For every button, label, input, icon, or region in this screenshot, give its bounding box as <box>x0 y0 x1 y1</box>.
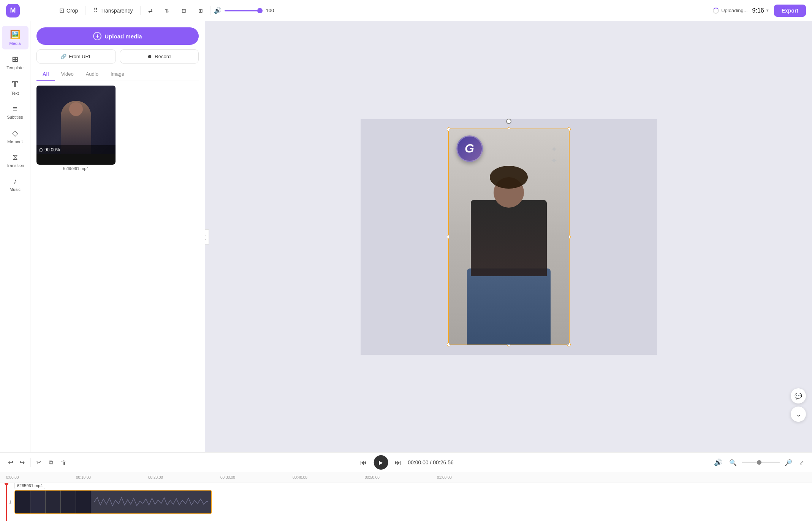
mute-button[interactable]: 🔊 <box>712 456 724 469</box>
aspect-ratio-arrow: ▼ <box>766 8 769 13</box>
toolbar-group: ⊡ Crop ⠿ Transparency ⇄ ⇅ ⊟ ⊞ 🔊 100 <box>55 5 276 16</box>
divider-tl <box>30 458 31 467</box>
sidebar-item-label-music: Music <box>9 187 21 192</box>
top-bar-left: M <box>6 4 20 17</box>
tab-video[interactable]: Video <box>55 68 80 81</box>
zoom-out-button[interactable]: 🔍 <box>727 457 739 468</box>
sidebar-item-label-element: Element <box>7 139 22 144</box>
transition-icon: ⧖ <box>13 153 18 162</box>
media-thumbnail[interactable]: ◷ 90.00% <box>36 86 116 165</box>
link-icon: 🔗 <box>60 54 66 59</box>
sidebar: 🖼️ Media ⊞ Template T Text ≡ Subtitles ◇… <box>0 21 30 452</box>
upload-media-button[interactable]: + Upload media <box>36 27 199 45</box>
duplicate-button[interactable]: ⧉ <box>47 457 55 468</box>
sidebar-item-text[interactable]: T Text <box>2 75 28 99</box>
music-icon: ♪ <box>13 177 17 186</box>
sidebar-item-label-text: Text <box>11 91 19 95</box>
progress-ring-icon: ◷ <box>39 147 43 152</box>
waveform-svg <box>93 494 210 510</box>
frame-4 <box>61 491 76 513</box>
divider2 <box>140 6 141 15</box>
from-url-button[interactable]: 🔗 From URL <box>36 49 116 64</box>
secondary-buttons: 🔗 From URL ⏺ Record <box>36 49 199 64</box>
timeline-left-controls: ↩ ↪ ✂ ⧉ 🗑 <box>6 457 68 469</box>
crop-label: Crop <box>66 8 78 14</box>
redo-button[interactable]: ↪ <box>17 457 27 469</box>
tab-all[interactable]: All <box>36 68 55 81</box>
thumb-visual <box>36 86 116 154</box>
app-logo: M <box>6 4 20 17</box>
timeline-ruler: 0:00.00 00:10.00 00:20.00 00:30.00 00:40… <box>0 472 812 483</box>
sticker-overlay[interactable]: G <box>456 135 483 162</box>
aspect-ratio-selector[interactable]: 9:16 ▼ <box>752 7 769 14</box>
jeans <box>467 268 551 345</box>
skip-end-button[interactable]: ⏭ <box>393 457 403 469</box>
fit-icon: ⊟ <box>182 8 186 14</box>
zoom-slider[interactable] <box>742 462 780 463</box>
flip-v-button[interactable]: ⇅ <box>160 5 174 16</box>
frame-5 <box>76 491 91 513</box>
flip-v-icon: ⇅ <box>165 8 169 14</box>
ruler-mark-2: 00:20.00 <box>148 475 163 480</box>
volume-slider[interactable] <box>225 10 263 11</box>
waveform-area <box>91 491 211 513</box>
fit-button[interactable]: ⊟ <box>177 5 191 16</box>
sidebar-item-template[interactable]: ⊞ Template <box>2 51 28 74</box>
play-button[interactable]: ▶ <box>374 455 388 470</box>
align-icon: ⊞ <box>198 8 203 14</box>
uploading-label: Uploading... <box>721 8 747 13</box>
person-body <box>467 154 551 345</box>
sidebar-item-music[interactable]: ♪ Music <box>2 173 28 195</box>
sidebar-item-label-template: Template <box>6 65 24 70</box>
record-button[interactable]: ⏺ Record <box>120 49 199 64</box>
logo-sticker: G <box>456 135 483 162</box>
export-button[interactable]: Export <box>774 5 806 17</box>
tab-audio[interactable]: Audio <box>80 68 104 81</box>
upload-spinner <box>713 8 719 14</box>
thumb-progress: 90.00% <box>44 147 60 152</box>
media-tabs: All Video Audio Image <box>36 68 199 81</box>
right-panel-float: 💬 ⌄ <box>791 388 806 422</box>
time-display: 00:00.00 / 00:26.56 <box>408 459 454 465</box>
split-button[interactable]: ✂ <box>35 457 43 468</box>
fullscreen-button[interactable]: ⤢ <box>797 457 806 468</box>
star-decoration: ✦ ✦ <box>551 145 557 166</box>
sidebar-item-subtitles[interactable]: ≡ Subtitles <box>2 101 28 123</box>
list-item[interactable]: ◷ 90.00% 6265961.mp4 <box>36 86 116 171</box>
skip-start-button[interactable]: ⏮ <box>358 457 369 469</box>
comment-float-button[interactable]: 💬 <box>791 388 806 403</box>
playhead <box>6 483 7 521</box>
sidebar-item-media[interactable]: 🖼️ Media <box>2 26 28 49</box>
volume-icon: 🔊 <box>214 7 222 14</box>
total-time: 00:26.56 <box>433 459 454 465</box>
track-clip[interactable] <box>14 490 212 514</box>
delete-button[interactable]: 🗑 <box>59 457 68 468</box>
thumb-overlay: ◷ 90.00% <box>36 145 116 154</box>
record-icon: ⏺ <box>147 54 152 59</box>
collapse-panel-button[interactable]: ❮ <box>205 229 209 245</box>
subtitles-icon: ≡ <box>13 105 17 113</box>
transparency-button[interactable]: ⠿ Transparency <box>89 5 137 16</box>
flip-h-button[interactable]: ⇄ <box>144 5 157 16</box>
rotate-handle[interactable] <box>506 119 511 124</box>
track-container: 6265961.mp4 <box>14 490 806 514</box>
chevron-down-float[interactable]: ⌄ <box>791 407 806 422</box>
upload-status: Uploading... <box>713 8 747 14</box>
tab-image[interactable]: Image <box>104 68 130 81</box>
zoom-in-button[interactable]: 🔎 <box>783 457 794 468</box>
clip-frames <box>15 491 91 513</box>
video-content: G ✦ ✦ <box>449 129 569 345</box>
volume-control: 🔊 100 <box>214 7 276 14</box>
undo-button[interactable]: ↩ <box>6 457 15 469</box>
frame-2 <box>30 491 46 513</box>
media-panel: + Upload media 🔗 From URL ⏺ Record All V… <box>30 21 205 452</box>
video-preview[interactable]: G ✦ ✦ <box>448 129 570 345</box>
video-bg: G ✦ ✦ <box>449 129 569 345</box>
align-button[interactable]: ⊞ <box>194 5 207 16</box>
crop-button[interactable]: ⊡ Crop <box>55 5 82 16</box>
ruler-mark-5: 00:50.00 <box>365 475 380 480</box>
aspect-ratio-value: 9:16 <box>752 7 764 14</box>
sidebar-item-transition[interactable]: ⧖ Transition <box>2 149 28 172</box>
sidebar-item-element[interactable]: ◇ Element <box>2 125 28 148</box>
sidebar-item-label-transition: Transition <box>6 163 24 168</box>
